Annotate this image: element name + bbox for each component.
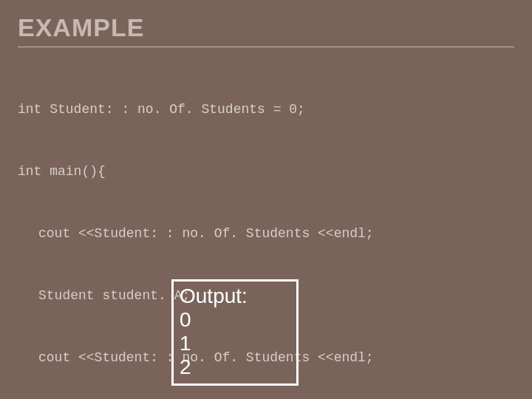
slide-title: EXAMPLE [18, 13, 514, 42]
output-line: 1 [180, 332, 290, 355]
output-box: Output: 0 1 2 [171, 279, 299, 386]
output-line: 2 [180, 355, 290, 379]
slide: EXAMPLE int Student: : no. Of. Students … [0, 0, 532, 399]
output-line: 0 [180, 308, 290, 332]
code-line: int Student: : no. Of. Students = 0; [18, 99, 514, 120]
code-line: int main(){ [18, 161, 514, 182]
title-divider [18, 47, 514, 47]
output-heading: Output: [180, 284, 290, 308]
code-line: cout <<Student: : no. Of. Students <<end… [18, 223, 514, 244]
